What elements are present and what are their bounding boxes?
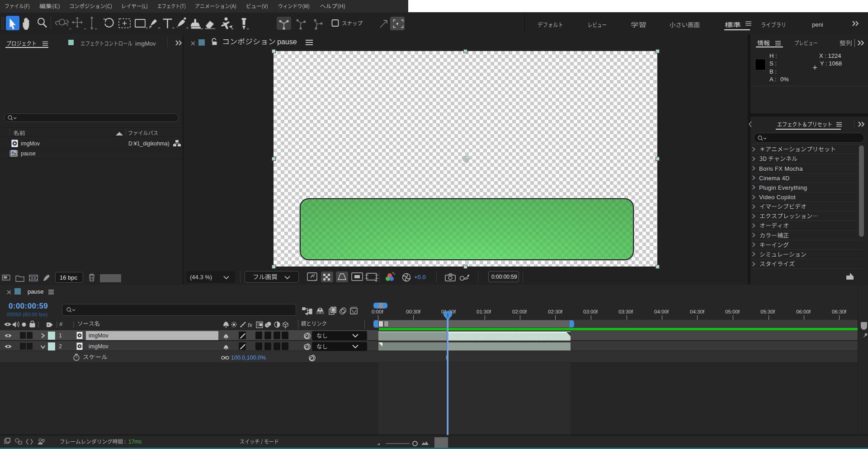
svg-text:fx: fx: [248, 322, 253, 328]
